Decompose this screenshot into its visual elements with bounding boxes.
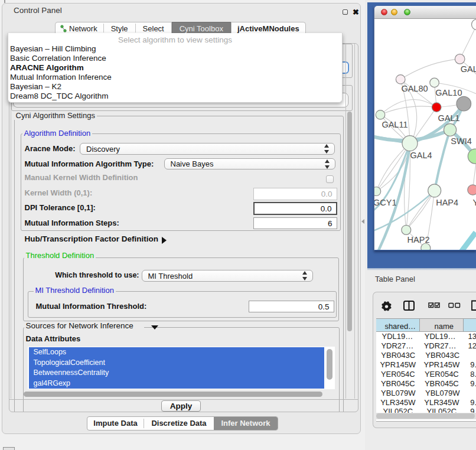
svg-text:GCY1: GCY1 <box>374 197 397 207</box>
svg-text:HAP4: HAP4 <box>436 197 458 207</box>
svg-text:SWI4: SWI4 <box>451 136 471 145</box>
svg-text:GAL: GAL <box>461 64 476 73</box>
svg-text:GAL4: GAL4 <box>410 150 432 159</box>
svg-text:GAL11: GAL11 <box>382 120 407 129</box>
svg-text:GAL1: GAL1 <box>438 113 460 122</box>
svg-text:GAL80: GAL80 <box>401 83 428 93</box>
svg-text:Y: Y <box>473 197 476 207</box>
svg-text:HAP2: HAP2 <box>407 235 430 244</box>
svg-text:GAL10: GAL10 <box>435 88 462 97</box>
